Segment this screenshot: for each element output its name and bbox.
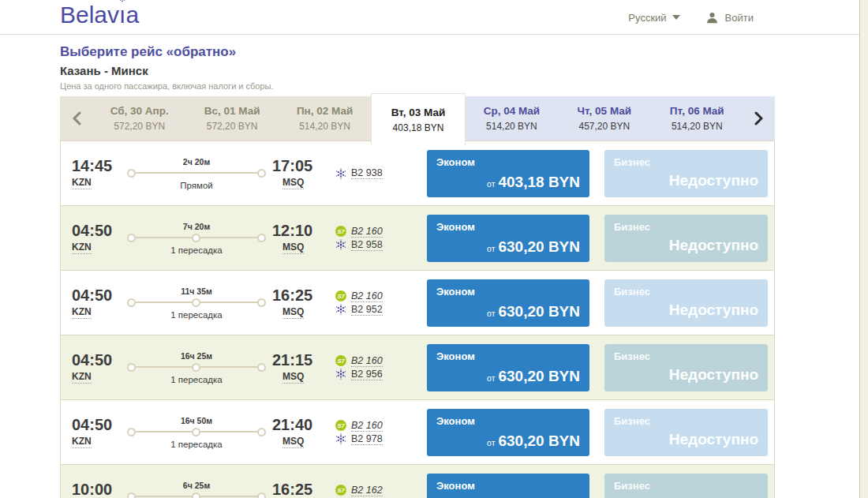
s7-airline-icon: S7 (335, 226, 346, 237)
economy-price: от 630,20 BYN (487, 238, 580, 256)
departure-airport-link[interactable]: KZN (72, 436, 92, 448)
timeline-stop-dot (192, 234, 200, 242)
login-button[interactable]: Войти (705, 11, 754, 24)
flight-number-link[interactable]: B2 160 (351, 226, 383, 238)
business-label: Бизнес (614, 480, 650, 492)
flight-number-link[interactable]: B2 162 (351, 485, 383, 496)
business-fare-button-disabled: Бизнес Недоступно (604, 279, 768, 327)
departure-airport-link[interactable]: KZN (72, 177, 92, 189)
business-fare-button-disabled: Бизнес Недоступно (604, 409, 768, 456)
flight-number-line: B2 938 (335, 167, 411, 179)
timeline-end-dot (257, 363, 266, 372)
flight-number-link[interactable]: B2 978 (351, 433, 383, 445)
departure-airport-link[interactable]: KZN (72, 242, 92, 254)
price-from-label: от (487, 179, 495, 189)
flight-number-link[interactable]: B2 958 (351, 239, 383, 251)
flight-numbers-block: S7B2 160 B2 958 (335, 226, 411, 251)
tab-date: Пн, 02 Май (297, 105, 353, 117)
timeline-graphic (127, 234, 266, 242)
arrival-block: 17:05 MSQ (272, 157, 324, 189)
price-from-label: от (487, 438, 495, 447)
timeline-end-dot (257, 234, 266, 242)
price-from-label: от (487, 373, 495, 383)
tab-price: 403,18 BYN (393, 122, 444, 133)
business-unavailable-label: Недоступно (669, 301, 758, 319)
arrival-block: 21:15 MSQ (272, 351, 324, 384)
flight-number-link[interactable]: B2 938 (351, 167, 383, 179)
economy-fare-button[interactable]: Эконом от 630,20 BYN (427, 409, 589, 456)
departure-airport-link[interactable]: KZN (72, 306, 92, 319)
arrival-airport-link[interactable]: MSQ (282, 436, 304, 448)
economy-fare-button[interactable]: Эконом от 403,18 BYN (427, 150, 589, 197)
belavia-logo[interactable]: Belavıa (60, 2, 139, 28)
departure-airport-link[interactable]: KZN (72, 371, 92, 384)
timeline-stop-dot (192, 492, 200, 498)
flight-number-link[interactable]: B2 160 (351, 420, 383, 432)
business-unavailable-label: Недоступно (669, 172, 758, 189)
timeline-graphic (127, 363, 266, 372)
date-tab-4[interactable]: Ср, 04 Май 514,20 BYN (466, 96, 558, 140)
date-tab-2[interactable]: Пн, 02 Май 514,20 BYN (279, 96, 371, 140)
belavia-airline-icon (335, 433, 346, 444)
arrival-airport-link[interactable]: MSQ (282, 242, 304, 254)
tab-price: 514,20 BYN (299, 121, 350, 132)
tab-date: Пт, 06 Май (670, 105, 724, 117)
prev-dates-button[interactable] (60, 96, 93, 140)
flight-row: 04:50 KZN 16ч 50м 1 пересадка 21:40 MSQ … (61, 400, 774, 465)
header-controls: Русский Войти (628, 0, 754, 35)
flight-row: 14:45 KZN 2ч 20м Прямой 17:05 MSQ (61, 141, 774, 206)
flight-number-link[interactable]: B2 160 (351, 290, 383, 302)
flight-row: 04:50 KZN 7ч 20м 1 пересадка 12:10 MSQ S… (61, 206, 774, 271)
timeline-start-dot (127, 428, 136, 436)
departure-block: 04:50 KZN (72, 351, 121, 384)
date-tab-5[interactable]: Чт, 05 Май 457,20 BYN (558, 96, 650, 140)
date-tab-1[interactable]: Вс, 01 Май 572,20 BYN (185, 96, 278, 140)
tab-date: Ср, 04 Май (484, 105, 540, 117)
flight-number-line: S7B2 160 (335, 226, 411, 238)
chevron-left-icon (73, 111, 81, 125)
departure-time: 10:00 (72, 481, 121, 498)
arrival-block: 12:10 MSQ (272, 222, 324, 254)
chevron-down-icon (672, 15, 680, 20)
flight-duration: 6ч 25м (127, 481, 266, 490)
economy-fare-button[interactable]: Эконом от 687,20 BYN (427, 474, 589, 498)
arrival-airport-link[interactable]: MSQ (282, 177, 304, 189)
s7-airline-icon: S7 (335, 485, 346, 496)
price-value: 630,20 BYN (498, 368, 580, 385)
timeline-start-dot (127, 492, 136, 498)
departure-time: 04:50 (72, 416, 121, 433)
route-timeline: 7ч 20м 1 пересадка (127, 222, 266, 255)
economy-label: Эконом (436, 156, 475, 168)
business-label: Бизнес (614, 415, 650, 427)
flight-number-link[interactable]: B2 956 (351, 369, 383, 380)
business-unavailable-label: Недоступно (669, 496, 758, 498)
economy-fare-button[interactable]: Эконом от 630,20 BYN (427, 344, 589, 391)
next-dates-button[interactable] (743, 96, 775, 140)
logo-text-end: a (125, 2, 139, 28)
flight-number-link[interactable]: B2 952 (351, 304, 383, 316)
economy-fare-button[interactable]: Эконом от 630,20 BYN (427, 215, 589, 262)
arrival-airport-link[interactable]: MSQ (282, 371, 304, 384)
price-value: 630,20 BYN (498, 238, 580, 256)
tab-price: 572,20 BYN (207, 121, 258, 132)
date-tab-3-selected[interactable]: Вт, 03 Май 403,18 BYN (371, 93, 465, 145)
route-timeline: 11ч 35м 1 пересадка (127, 286, 266, 320)
login-label: Войти (725, 12, 754, 24)
date-tab-6[interactable]: Пт, 06 Май 514,20 BYN (651, 96, 743, 140)
price-from-label: от (487, 244, 495, 253)
flight-number-link[interactable]: B2 160 (351, 355, 383, 367)
business-label: Бизнес (614, 156, 650, 168)
economy-fare-button[interactable]: Эконом от 630,20 BYN (427, 279, 589, 327)
date-tab-0[interactable]: Сб, 30 Апр. 572,20 BYN (93, 96, 185, 140)
price-value: 630,20 BYN (498, 303, 580, 320)
departure-block: 10:00 KZN (72, 481, 121, 498)
flight-numbers-block: S7B2 160 B2 956 (335, 355, 411, 380)
business-fare-button-disabled: Бизнес Недоступно (604, 344, 768, 391)
stops-label: 1 пересадка (127, 245, 266, 255)
chevron-right-icon (754, 111, 763, 125)
belavia-snowflake-icon (335, 304, 346, 315)
flight-number-line: S7B2 160 (335, 420, 411, 432)
timeline-start-dot (127, 298, 136, 307)
language-selector[interactable]: Русский (628, 12, 679, 24)
arrival-airport-link[interactable]: MSQ (282, 306, 304, 319)
